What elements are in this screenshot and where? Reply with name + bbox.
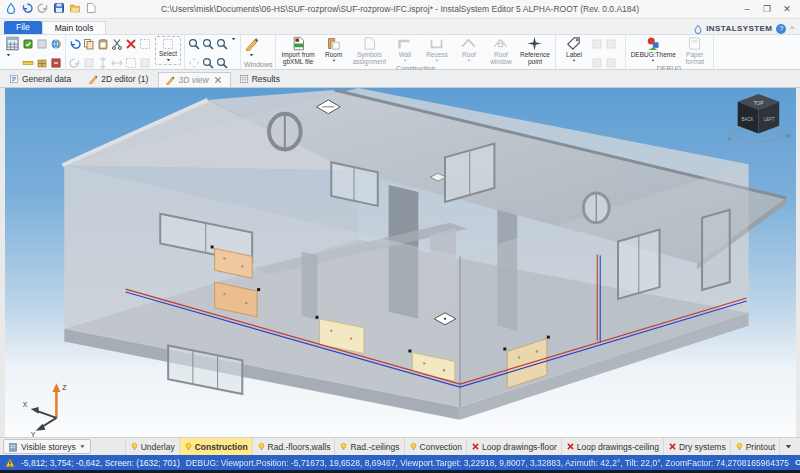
btn-transform-icon[interactable] (139, 36, 151, 54)
btn-zoom-in-icon[interactable] (188, 36, 200, 54)
layer-tab-convection[interactable]: Convection (404, 438, 467, 455)
qat-app-droplet-icon[interactable] (5, 0, 17, 18)
btn-cut-icon[interactable] (111, 36, 123, 54)
doc-tab-3d-view[interactable]: 3D view (158, 72, 230, 87)
button-label: gbXML file (283, 58, 313, 65)
axis-z-label: Z (62, 384, 66, 391)
building-icon (8, 442, 18, 452)
status-bar: -5,812; 3,754; -0,642, Screen: (1632; 70… (0, 455, 800, 470)
btn-delete-icon[interactable] (125, 36, 137, 54)
mode-toggles: ORTO|LOCK|GRID|AUTO|REP (795, 458, 800, 467)
layer-tab-rad-ceilings[interactable]: Rad.-ceilings (334, 438, 403, 455)
tab-main-tools[interactable]: Main tools (42, 21, 107, 34)
layer-tab-label: Underlay (141, 442, 175, 452)
qat-undo-icon[interactable] (21, 0, 33, 18)
btn-data-table-icon[interactable] (36, 36, 48, 54)
compass-n-label: N (728, 136, 732, 142)
btn-undo-icon[interactable] (69, 36, 81, 54)
btn-results-check-icon[interactable] (22, 36, 34, 54)
align-horizontal-icon (111, 57, 123, 69)
layer-tab-underlay[interactable]: Underlay (125, 438, 179, 455)
qat-redo-icon[interactable] (37, 0, 49, 18)
new-file-icon (85, 2, 97, 14)
label-tag-icon (566, 36, 581, 51)
redo-icon (37, 2, 49, 14)
zoom-out-icon (202, 38, 214, 50)
qat-new-file-icon[interactable] (85, 0, 97, 18)
maximize-button[interactable]: ❐ (758, 2, 776, 16)
qat-open-folder-icon[interactable] (69, 0, 81, 18)
mirror-icon (139, 57, 151, 69)
minimize-button[interactable]: – (738, 2, 756, 16)
axis-y-label: Y (31, 430, 36, 437)
tab-file[interactable]: File (4, 21, 42, 34)
btn-paste-icon[interactable] (97, 36, 109, 54)
layer-tab-dry-systems[interactable]: Dry systems (663, 438, 730, 455)
ribbon-group-view: View (185, 35, 241, 69)
layer-tabs: UnderlayConstructionRad.-floors,wallsRad… (125, 438, 797, 455)
windows-editor-button[interactable] (244, 36, 259, 58)
instalsystem-brand: INSTALSYSTEM (693, 24, 772, 34)
mode-toggle-orto[interactable]: ORTO (795, 458, 800, 467)
construction-button-reference[interactable]: Referencepoint (518, 36, 552, 65)
btn-globe-icon[interactable] (50, 36, 62, 54)
btn-copy-icon[interactable] (83, 36, 95, 54)
select-button[interactable]: Select (155, 36, 181, 65)
doc-tab-label: Results (252, 74, 280, 84)
button-label: Import from (281, 51, 314, 58)
caret (230, 36, 237, 42)
wall-icon (397, 36, 412, 51)
rotate-icon (69, 57, 81, 69)
undo-icon (69, 38, 81, 50)
layer-tab-loop-drawings-floor[interactable]: Loop drawings-floor (466, 438, 561, 455)
layer-tab-printout[interactable]: Printout (730, 438, 779, 455)
layer-tab-construction[interactable]: Construction (179, 438, 252, 455)
layer-tab-label: Construction (195, 442, 248, 452)
save-icon (53, 2, 65, 14)
redx (471, 442, 480, 451)
bulb (339, 442, 348, 451)
debug-button-debug-theme[interactable]: DEBUG:Theme (629, 36, 678, 63)
help-icon[interactable]: ? (776, 24, 786, 34)
roof-icon (461, 36, 476, 51)
cube-face-left-label: LEFT (764, 116, 775, 121)
doc-tab-label: 2D editor (1) (101, 74, 148, 84)
doc-tab-results[interactable]: Results (232, 72, 289, 87)
brand-droplet-icon (693, 24, 703, 34)
room-icon (326, 36, 341, 51)
calculator-icon (5, 36, 20, 51)
scene-3d-canvas[interactable]: TOP BACK LEFT N W Z X Y (5, 88, 796, 438)
ribbon-tab-bar: File Main tools INSTALSYSTEM ? ^ (0, 19, 800, 35)
label-button[interactable]: Label (559, 36, 589, 63)
collapse-ribbon-icon[interactable]: ^ (790, 24, 794, 33)
btn-zoom-window-icon[interactable] (216, 36, 228, 54)
layer-tab-label: Rad.-ceilings (350, 442, 399, 452)
qat-save-icon[interactable] (53, 0, 65, 18)
data-table-icon (36, 38, 48, 50)
doc-tab-2d-editor-1-[interactable]: 2D editor (1) (81, 72, 157, 87)
ribbon-group-windows: Windows (241, 35, 276, 69)
layer-tabs-overflow-icon[interactable] (779, 438, 797, 455)
visible-storeys-button[interactable]: Visible storeys (3, 439, 91, 454)
zoom-window-icon (216, 38, 228, 50)
construction-button-import-from[interactable]: Import fromgbXML file (279, 36, 316, 65)
close-tab-icon[interactable] (214, 76, 222, 84)
caret (650, 58, 656, 63)
layer-bar: Visible storeys UnderlayConstructionRad.… (0, 437, 800, 455)
recess-icon (429, 36, 444, 51)
globe-icon (50, 38, 62, 50)
layer-tab-label: Loop drawings-ceiling (577, 442, 659, 452)
caret (5, 52, 12, 58)
btn-zoom-out-icon[interactable] (202, 36, 214, 54)
viewport-3d[interactable]: TOP BACK LEFT N W Z X Y (0, 88, 800, 438)
graphic-box-icon (591, 38, 603, 50)
redx (668, 442, 677, 451)
doc-tab-general-data[interactable]: General data (2, 72, 80, 87)
layer-tab-rad-floors-walls[interactable]: Rad.-floors,walls (252, 438, 335, 455)
graphic-text-icon (605, 57, 617, 69)
layer-tab-loop-drawings-ceiling[interactable]: Loop drawings-ceiling (561, 438, 663, 455)
calculations-big-button[interactable] (5, 36, 20, 58)
close-button[interactable]: ✕ (778, 2, 796, 16)
construction-button-room[interactable]: Room (319, 36, 349, 63)
package-icon (36, 57, 48, 69)
